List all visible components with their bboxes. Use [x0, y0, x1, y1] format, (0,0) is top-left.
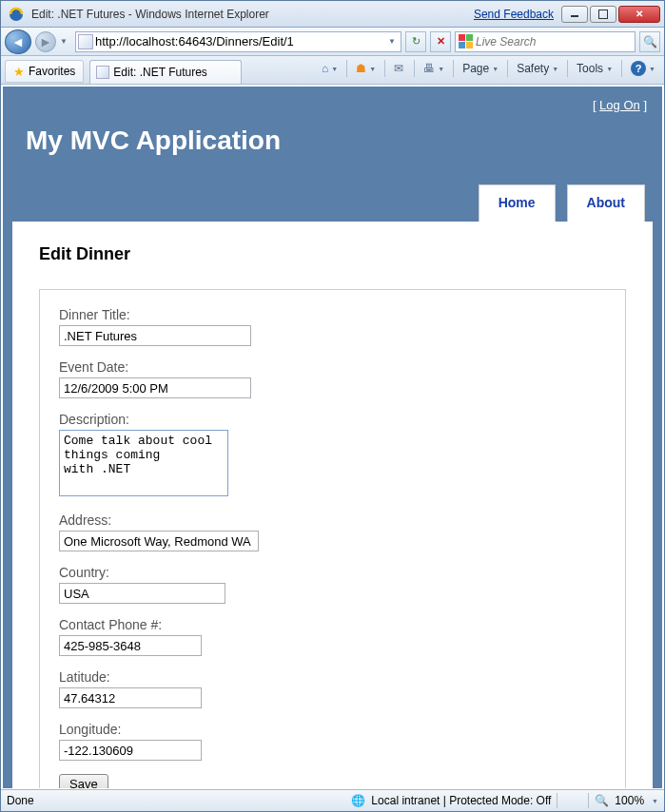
country-label: Country:: [59, 565, 606, 580]
star-icon: ★: [13, 65, 25, 79]
latitude-input[interactable]: [59, 687, 202, 708]
status-bar: Done 🌐 Local intranet | Protected Mode: …: [1, 789, 664, 811]
page-icon: [78, 34, 93, 49]
search-go-button[interactable]: 🔍: [639, 31, 660, 52]
address-label: Address:: [59, 512, 606, 528]
save-button[interactable]: Save: [59, 774, 108, 788]
app-title: My MVC Application: [26, 126, 639, 156]
browser-navbar: ◄ ► ▼ ▼ ↻ ✕ 🔍: [1, 28, 664, 56]
mail-icon: ✉: [394, 62, 403, 75]
page-menu-button[interactable]: Page▼: [458, 58, 503, 79]
window-maximize-button[interactable]: [590, 6, 616, 23]
site-nav: Home About: [10, 184, 655, 222]
home-button[interactable]: ⌂▼: [317, 58, 342, 79]
nav-about[interactable]: About: [567, 184, 645, 222]
edit-dinner-form: Dinner Title: Event Date: Description: A…: [39, 289, 626, 788]
read-mail-button[interactable]: ✉: [389, 58, 410, 79]
address-bar[interactable]: ▼: [75, 31, 401, 52]
nav-history-dropdown[interactable]: ▼: [60, 37, 71, 46]
browser-tab[interactable]: Edit: .NET Futures: [89, 60, 242, 84]
phone-input[interactable]: [59, 635, 202, 656]
dinner-title-label: Dinner Title:: [59, 307, 606, 322]
search-box[interactable]: [455, 31, 636, 52]
longitude-input[interactable]: [59, 740, 202, 761]
favorites-label: Favorites: [29, 65, 75, 78]
zoom-level[interactable]: 100%: [615, 794, 644, 807]
feeds-button[interactable]: ☗▼: [351, 58, 381, 79]
forward-button[interactable]: ►: [35, 31, 56, 52]
search-input[interactable]: [476, 35, 633, 48]
refresh-button[interactable]: ↻: [405, 31, 426, 52]
security-zone: Local intranet | Protected Mode: Off: [371, 794, 551, 807]
nav-home[interactable]: Home: [479, 184, 556, 222]
address-dropdown[interactable]: ▼: [385, 37, 399, 46]
window-minimize-button[interactable]: [561, 6, 588, 23]
print-icon: 🖶: [423, 62, 435, 75]
live-search-icon: [458, 34, 473, 49]
window-titlebar: Edit: .NET Futures - Windows Internet Ex…: [1, 1, 664, 28]
country-input[interactable]: [59, 583, 225, 604]
tools-menu-button[interactable]: Tools▼: [572, 58, 617, 79]
home-icon: ⌂: [322, 62, 328, 75]
page-heading: Edit Dinner: [39, 244, 626, 264]
longitude-label: Longitude:: [59, 722, 606, 737]
zone-icon: 🌐: [351, 794, 365, 807]
description-textarea[interactable]: [59, 430, 228, 496]
address-input-field[interactable]: [59, 531, 259, 551]
help-button[interactable]: ?▼: [626, 58, 660, 79]
status-done: Done: [7, 794, 53, 807]
stop-button[interactable]: ✕: [430, 31, 451, 52]
send-feedback-link[interactable]: Send Feedback: [474, 8, 554, 21]
ie-icon: [9, 7, 24, 22]
safety-menu-button[interactable]: Safety▼: [512, 58, 563, 79]
help-icon: ?: [631, 61, 646, 76]
back-button[interactable]: ◄: [5, 29, 31, 54]
latitude-label: Latitude:: [59, 669, 606, 685]
dinner-title-input[interactable]: [59, 325, 251, 346]
rss-icon: ☗: [356, 62, 366, 75]
phone-label: Contact Phone #:: [59, 617, 606, 632]
account-bar: [ Log On ]: [10, 94, 655, 118]
event-date-input[interactable]: [59, 377, 251, 398]
tab-label: Edit: .NET Futures: [113, 66, 206, 79]
content-card: Edit Dinner Dinner Title: Event Date: De…: [12, 222, 653, 788]
window-close-button[interactable]: [618, 6, 660, 23]
logon-link[interactable]: Log On: [599, 98, 640, 112]
print-button[interactable]: 🖶▼: [419, 58, 449, 79]
address-input[interactable]: [95, 33, 385, 50]
page-icon: [96, 66, 109, 79]
description-label: Description:: [59, 412, 606, 427]
event-date-label: Event Date:: [59, 359, 606, 375]
browser-tabrow: ★ Favorites Edit: .NET Futures ⌂▼ ☗▼ ✉ 🖶…: [1, 56, 664, 85]
favorites-button[interactable]: ★ Favorites: [5, 60, 84, 83]
zoom-icon: 🔍: [595, 794, 609, 807]
page-viewport: [ Log On ] My MVC Application Home About…: [3, 87, 662, 788]
window-title: Edit: .NET Futures - Windows Internet Ex…: [28, 8, 474, 21]
